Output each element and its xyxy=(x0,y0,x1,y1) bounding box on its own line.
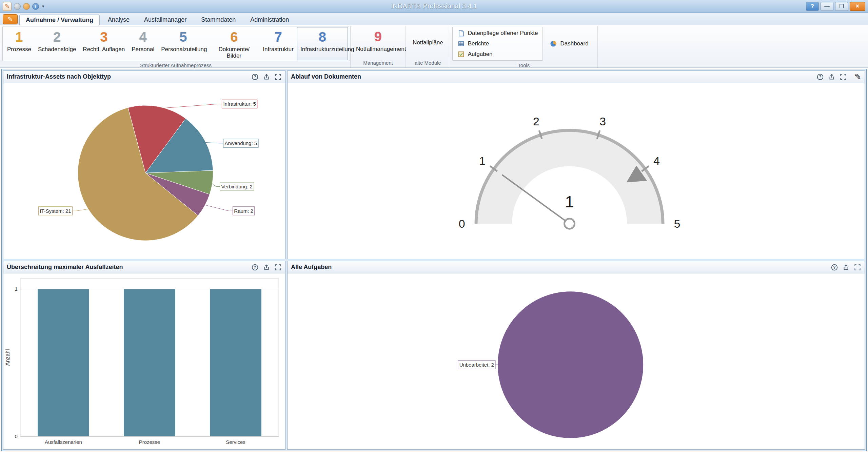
svg-text:Verbindung: 2: Verbindung: 2 xyxy=(221,184,252,189)
panel-title: Infrastruktur-Assets nach Objekttyp xyxy=(7,73,111,80)
gauge-chart-dokumente: 0123451 xyxy=(288,83,865,259)
ribbon-item-dokumente-bilder[interactable]: 6 Dokumente/ Bilder xyxy=(209,27,259,60)
numbered-badge-icon: 4 xyxy=(139,29,147,45)
ribbon-item-personal[interactable]: 4 Personal xyxy=(128,27,158,60)
svg-text:IT-System: 21: IT-System: 21 xyxy=(40,208,71,214)
expand-icon[interactable] xyxy=(274,73,282,81)
help-icon[interactable]: ? xyxy=(251,264,259,271)
app-pencil-icon[interactable]: ✎ xyxy=(3,2,12,11)
maximize-button[interactable]: ❐ xyxy=(835,2,848,11)
tab-stammdaten[interactable]: Stammdaten xyxy=(195,14,242,25)
svg-text:1: 1 xyxy=(479,154,486,167)
panel-title: Ablauf von Dokumenten xyxy=(291,73,361,80)
tab-analyse[interactable]: Analyse xyxy=(101,14,136,25)
svg-text:1: 1 xyxy=(565,193,574,211)
ribbon-group-label: alte Module xyxy=(407,59,449,67)
edit-pencil-icon[interactable]: ✎ xyxy=(854,73,861,81)
bar-chart-ausfallzeiten: AusfallszenarienProzesseServices01Anzahl xyxy=(3,273,285,449)
ribbon-item-personalzuteilung[interactable]: 5 Personalzuteilung xyxy=(158,27,209,60)
svg-text:2: 2 xyxy=(533,115,539,128)
menu-item-dashboard[interactable]: Dashboard xyxy=(548,39,590,48)
status-gray-icon[interactable] xyxy=(14,3,21,10)
help-icon[interactable]: ? xyxy=(251,73,259,81)
chart-area: Infrastruktur: 5Anwendung: 5Verbindung: … xyxy=(3,83,285,259)
numbered-badge-icon: 8 xyxy=(319,29,326,45)
ribbon-group-label: Management xyxy=(352,59,405,67)
export-icon[interactable] xyxy=(263,73,270,81)
svg-text:Ausfallszenarien: Ausfallszenarien xyxy=(45,439,82,445)
numbered-badge-icon: 6 xyxy=(230,29,238,45)
panel-header: Überschreitung maximaler Ausfallzeiten ? xyxy=(3,261,285,273)
svg-text:?: ? xyxy=(819,74,821,79)
tab-administration[interactable]: Administration xyxy=(244,14,295,25)
numbered-badge-icon: 2 xyxy=(53,29,61,45)
ribbon-item-infrastruktur[interactable]: 7 Infrastruktur xyxy=(259,27,297,60)
window-title: INDART® Professional 3.4.1 xyxy=(0,2,868,10)
report-icon xyxy=(457,40,465,47)
tab-aufnahme-verwaltung[interactable]: Aufnahme / Verwaltung xyxy=(19,15,100,25)
help-icon[interactable]: ? xyxy=(831,264,838,271)
ribbon: 1 Prozesse 2 Schadensfolge 3 Rechtl. Auf… xyxy=(0,25,868,68)
ribbon-item-infrastrukturzuteilung[interactable]: 8 Infrastrukturzuteilung xyxy=(297,27,348,60)
expand-icon[interactable] xyxy=(854,264,861,271)
numbered-badge-icon: 5 xyxy=(179,29,187,45)
svg-text:?: ? xyxy=(254,265,256,269)
svg-text:3: 3 xyxy=(599,115,606,128)
export-icon[interactable] xyxy=(842,264,850,271)
svg-text:4: 4 xyxy=(653,154,660,167)
minimize-button[interactable]: — xyxy=(821,2,833,11)
quick-access-dropdown-icon[interactable]: ▾ xyxy=(42,4,44,9)
application-menu-button[interactable]: ✎ xyxy=(3,14,18,24)
menu-item-aufgaben[interactable]: Aufgaben xyxy=(455,50,540,59)
numbered-badge-icon: 9 xyxy=(374,29,382,44)
menu-item-berichte[interactable]: Berichte xyxy=(455,39,540,48)
close-button[interactable]: × xyxy=(850,2,865,11)
svg-text:?: ? xyxy=(254,74,256,79)
expand-icon[interactable] xyxy=(840,73,847,81)
svg-text:Anzahl: Anzahl xyxy=(4,349,11,366)
ribbon-item-notfallplaene[interactable]: Notfallpläne xyxy=(408,27,448,58)
svg-text:Services: Services xyxy=(226,439,245,445)
ribbon-group-aufnahmeprozess: 1 Prozesse 2 Schadensfolge 3 Rechtl. Auf… xyxy=(1,26,351,67)
numbered-badge-icon: 3 xyxy=(100,29,107,45)
panel-header: Infrastruktur-Assets nach Objekttyp ? xyxy=(3,71,285,83)
svg-text:Unbearbeitet: 2: Unbearbeitet: 2 xyxy=(459,362,494,368)
help-button[interactable]: ? xyxy=(806,2,819,11)
menu-item-datenpflege-offener-punkte[interactable]: Datenpflege offener Punkte xyxy=(455,29,540,38)
panel-title: Überschreitung maximaler Ausfallzeiten xyxy=(7,264,123,271)
chart-area: AusfallszenarienProzesseServices01Anzahl xyxy=(3,273,285,449)
svg-text:Prozesse: Prozesse xyxy=(139,439,160,445)
expand-icon[interactable] xyxy=(274,264,282,271)
quick-access-toolbar: ✎ i ▾ xyxy=(3,2,44,11)
svg-text:1: 1 xyxy=(15,286,18,292)
panel-alle-aufgaben: Alle Aufgaben ? Unbearbeitet: 2 xyxy=(287,261,865,450)
window-controls: ? — ❐ × xyxy=(806,2,865,11)
ribbon-item-schadensfolge[interactable]: 2 Schadensfolge xyxy=(35,27,79,60)
document-icon xyxy=(457,29,465,37)
numbered-badge-icon: 7 xyxy=(275,29,282,45)
svg-text:5: 5 xyxy=(674,217,680,230)
ribbon-tab-bar: ✎ Aufnahme / Verwaltung Analyse Ausfallm… xyxy=(0,13,868,25)
export-icon[interactable] xyxy=(263,264,270,271)
ribbon-group-tools: Datenpflege offener Punkte Berichte Aufg… xyxy=(450,26,598,67)
chart-area: Unbearbeitet: 2 xyxy=(288,273,865,449)
dashboard-grid: Infrastruktur-Assets nach Objekttyp ? In… xyxy=(1,69,867,451)
panel-title: Alle Aufgaben xyxy=(291,264,332,271)
panel-infrastruktur-assets: Infrastruktur-Assets nach Objekttyp ? In… xyxy=(3,70,285,259)
help-icon[interactable]: ? xyxy=(816,73,824,81)
panel-header: Ablauf von Dokumenten ? ✎ xyxy=(288,71,865,83)
panel-ausfallzeiten: Überschreitung maximaler Ausfallzeiten ?… xyxy=(3,261,285,450)
ribbon-item-prozesse[interactable]: 1 Prozesse xyxy=(4,27,35,60)
dashboard-pie-icon xyxy=(550,40,557,47)
ribbon-item-notfallmanagement[interactable]: 9 Notfallmanagement xyxy=(353,27,403,58)
numbered-badge-icon: 1 xyxy=(15,29,23,45)
ribbon-group-alte-module: Notfallpläne alte Module xyxy=(406,26,450,67)
info-icon[interactable]: i xyxy=(32,3,39,10)
pie-chart-aufgaben: Unbearbeitet: 2 xyxy=(288,273,865,449)
export-icon[interactable] xyxy=(828,73,835,81)
status-orange-icon[interactable] xyxy=(23,3,30,10)
tab-ausfallmanager[interactable]: Ausfallmanager xyxy=(138,14,193,25)
ribbon-item-rechtl-auflagen[interactable]: 3 Rechtl. Auflagen xyxy=(79,27,128,60)
panel-ablauf-dokumente: Ablauf von Dokumenten ? ✎ 0123451 xyxy=(287,70,865,259)
svg-text:0: 0 xyxy=(15,433,18,439)
